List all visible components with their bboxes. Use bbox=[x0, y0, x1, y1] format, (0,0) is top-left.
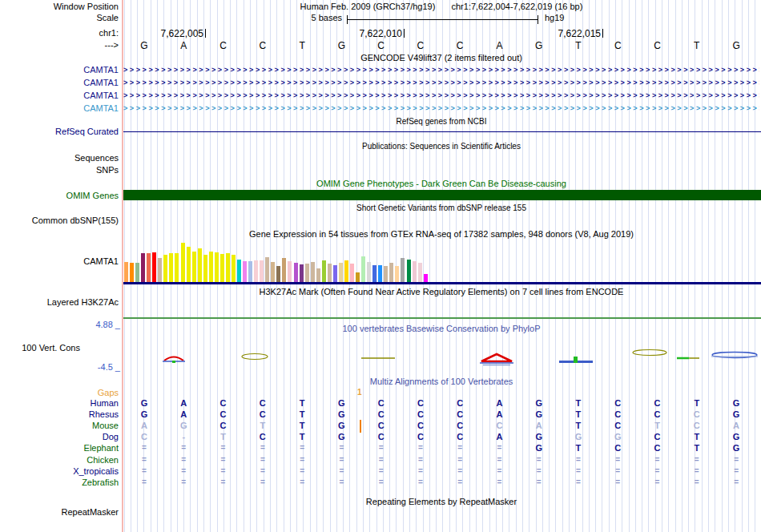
gtex-tissue-bar[interactable] bbox=[389, 263, 393, 282]
genome-browser-image[interactable]: Human Feb. 2009 (GRCh37/hg19) chr1:7,622… bbox=[0, 0, 761, 532]
gtex-tissue-bar[interactable] bbox=[175, 253, 179, 282]
align-row-label-zebrafish[interactable]: Zebrafish bbox=[0, 478, 119, 487]
gtex-tissue-bar[interactable] bbox=[367, 262, 371, 282]
gtex-tissue-bar[interactable] bbox=[243, 261, 247, 282]
gtex-tissue-bar[interactable] bbox=[378, 265, 382, 282]
track-label-repeatmasker[interactable]: RepeatMasker bbox=[0, 507, 119, 517]
gtex-tissue-bar[interactable] bbox=[282, 258, 286, 282]
gtex-tissue-bar[interactable] bbox=[384, 266, 388, 282]
gtex-tissue-bar[interactable] bbox=[147, 253, 151, 282]
track-label-gtex-gene[interactable]: CAMTA1 bbox=[0, 256, 119, 266]
track-label-snps[interactable]: SNPs bbox=[0, 165, 119, 175]
gtex-tissue-bar[interactable] bbox=[181, 243, 185, 282]
track-title-phylop[interactable]: 100 vertebrates Basewise Conservation by… bbox=[122, 324, 761, 333]
align-row-label-x_tropicalis[interactable]: X_tropicalis bbox=[0, 466, 119, 476]
gtex-tissue-bar[interactable] bbox=[220, 254, 224, 282]
gtex-tissue-bar[interactable] bbox=[300, 264, 304, 282]
gtex-tissue-bar[interactable] bbox=[203, 255, 207, 282]
track-label-h3k27ac[interactable]: Layered H3K27Ac bbox=[0, 297, 119, 307]
align-row-label-elephant[interactable]: Elephant bbox=[0, 443, 119, 453]
track-title-omim[interactable]: OMIM Gene Phenotypes - Dark Green Can Be… bbox=[122, 179, 761, 188]
gene-label-camta1[interactable]: CAMTA1 bbox=[0, 65, 119, 75]
gtex-tissue-bar[interactable] bbox=[333, 265, 337, 282]
gtex-tissue-bar[interactable] bbox=[226, 253, 230, 282]
gtex-tissue-bar[interactable] bbox=[198, 248, 202, 282]
gtex-tissue-bar[interactable] bbox=[316, 268, 320, 282]
gtex-tissue-bar[interactable] bbox=[339, 263, 343, 282]
gtex-tissue-bar[interactable] bbox=[158, 258, 162, 282]
gtex-tissue-bar[interactable] bbox=[344, 260, 348, 282]
gtex-tissue-bar[interactable] bbox=[276, 266, 280, 282]
gtex-tissue-bar[interactable] bbox=[413, 261, 417, 282]
gtex-tissue-bar[interactable] bbox=[248, 261, 252, 282]
gtex-tissue-bar[interactable] bbox=[271, 262, 275, 282]
align-row-label-rhesus[interactable]: Rhesus bbox=[0, 409, 119, 419]
gtex-tissue-bar[interactable] bbox=[424, 274, 428, 282]
gtex-tissue-bar[interactable] bbox=[152, 252, 156, 282]
track-title-publications[interactable]: Publications: Sequences in Scientific Ar… bbox=[122, 142, 761, 151]
gtex-tissue-bar[interactable] bbox=[407, 260, 411, 282]
gtex-tissue-bar[interactable] bbox=[294, 263, 298, 282]
gtex-tissue-bar[interactable] bbox=[237, 260, 241, 282]
align-row-label-gaps[interactable]: Gaps bbox=[0, 388, 119, 397]
gtex-tissue-bar[interactable] bbox=[163, 255, 167, 282]
align-base: = bbox=[142, 466, 147, 475]
cons-axis-max[interactable]: 4.88 _ bbox=[0, 320, 120, 329]
gene-transcript-row[interactable]: >>>>>>>>>>>>>>>>>>>>>>>>>>>>>>>>>>>>>>>>… bbox=[123, 65, 759, 75]
gene-transcript-row[interactable]: >>>>>>>>>>>>>>>>>>>>>>>>>>>>>>>>>>>>>>>>… bbox=[123, 78, 759, 87]
gtex-tissue-bar[interactable] bbox=[169, 253, 173, 282]
gtex-tissue-bar[interactable] bbox=[311, 262, 315, 282]
strand-label[interactable]: ---> bbox=[0, 40, 119, 50]
track-title-repeatmasker[interactable]: Repeating Elements by RepeatMasker bbox=[122, 497, 761, 506]
track-label-dbsnp[interactable]: Common dbSNP(155) bbox=[0, 216, 119, 225]
gtex-tissue-bar[interactable] bbox=[356, 272, 360, 282]
gene-transcript-row[interactable]: >>>>>>>>>>>>>>>>>>>>>>>>>>>>>>>>>>>>>>>>… bbox=[123, 103, 759, 113]
track-title-gtex[interactable]: Gene Expression in 54 tissues from GTEx … bbox=[122, 229, 761, 239]
gtex-tissue-bar[interactable] bbox=[232, 255, 236, 282]
scale-label[interactable]: Scale bbox=[0, 13, 119, 22]
gtex-tissue-bar[interactable] bbox=[135, 263, 139, 282]
gtex-tissue-bar[interactable] bbox=[418, 263, 422, 282]
align-row-label-dog[interactable]: Dog bbox=[0, 432, 119, 441]
gene-label-camta1[interactable]: CAMTA1 bbox=[0, 103, 119, 113]
track-title-dbsnp[interactable]: Short Genetic Variants from dbSNP releas… bbox=[122, 204, 761, 212]
gtex-tissue-bar[interactable] bbox=[265, 257, 269, 282]
gtex-tissue-bar[interactable] bbox=[361, 256, 365, 282]
gtex-tissue-bar[interactable] bbox=[130, 263, 134, 282]
window-position-label[interactable]: Window Position bbox=[0, 2, 119, 11]
gene-label-camta1[interactable]: CAMTA1 bbox=[0, 78, 119, 87]
gtex-tissue-bar[interactable] bbox=[215, 252, 219, 282]
track-title-h3k27ac[interactable]: H3K27Ac Mark (Often Found Near Active Re… bbox=[122, 287, 761, 296]
gene-label-camta1[interactable]: CAMTA1 bbox=[0, 91, 119, 100]
cons-axis-min[interactable]: -4.5 _ bbox=[0, 362, 120, 372]
gtex-tissue-bar[interactable] bbox=[288, 261, 292, 282]
gtex-tissue-bar[interactable] bbox=[141, 253, 145, 282]
align-row-label-mouse[interactable]: Mouse bbox=[0, 421, 119, 430]
track-label-refseq-curated[interactable]: RefSeq Curated bbox=[0, 127, 119, 136]
align-row-label-chicken[interactable]: Chicken bbox=[0, 455, 119, 465]
gtex-tissue-bar[interactable] bbox=[350, 264, 354, 282]
align-row-label-human[interactable]: Human bbox=[0, 398, 119, 408]
gtex-tissue-bar[interactable] bbox=[372, 265, 376, 282]
gtex-tissue-bar[interactable] bbox=[260, 260, 264, 282]
gtex-tissue-bar[interactable] bbox=[322, 260, 326, 282]
omim-gene-bar[interactable] bbox=[123, 190, 761, 200]
track-label-sequences[interactable]: Sequences bbox=[0, 153, 119, 163]
track-title-multiz[interactable]: Multiz Alignments of 100 Vertebrates bbox=[122, 377, 761, 386]
track-title-gencode[interactable]: GENCODE V49lift37 (2 items filtered out) bbox=[122, 53, 761, 62]
gtex-tissue-bar[interactable] bbox=[209, 252, 213, 282]
chrom-label[interactable]: chr1: bbox=[0, 28, 119, 38]
gtex-tissue-bar[interactable] bbox=[192, 252, 196, 282]
track-title-refseq[interactable]: RefSeq genes from NCBI bbox=[122, 117, 761, 126]
gtex-tissue-bar[interactable] bbox=[124, 262, 128, 282]
gene-transcript-row[interactable]: >>>>>>>>>>>>>>>>>>>>>>>>>>>>>>>>>>>>>>>>… bbox=[123, 91, 759, 100]
gtex-tissue-bar[interactable] bbox=[328, 264, 332, 282]
gtex-tissue-bar[interactable] bbox=[395, 266, 399, 282]
track-label-omim-genes[interactable]: OMIM Genes bbox=[0, 191, 119, 200]
track-label-cons[interactable]: 100 Vert. Cons bbox=[0, 343, 80, 353]
gtex-tissue-bar[interactable] bbox=[401, 258, 405, 282]
gtex-tissue-bar[interactable] bbox=[305, 264, 309, 282]
align-base: C bbox=[417, 421, 424, 430]
gtex-tissue-bar[interactable] bbox=[187, 247, 191, 282]
gtex-tissue-bar[interactable] bbox=[254, 260, 258, 282]
